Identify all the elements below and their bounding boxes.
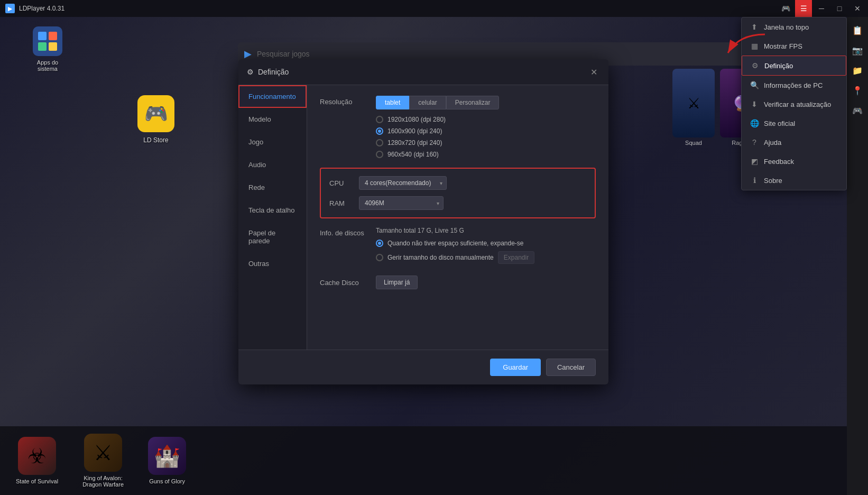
sidebar-item-jogo[interactable]: Jogo <box>238 131 307 153</box>
dialog-overlay: ⚙ Definição ✕ Funcionamento Modelo Jogo <box>0 17 847 495</box>
menu-item-mostrar-fps[interactable]: ▦ Mostrar FPS <box>742 36 846 56</box>
expandir-button[interactable]: Expandir <box>498 251 534 264</box>
resolution-options: 1920x1080 (dpi 280) 1600x900 (dpi 240) 1… <box>376 116 596 158</box>
taskbar-icon-clipboard[interactable]: 📋 <box>849 22 865 38</box>
info-pc-icon: 🔍 <box>750 81 759 89</box>
restore-button[interactable]: □ <box>831 0 848 17</box>
dialog-body: Funcionamento Modelo Jogo Audio Rede <box>238 85 608 350</box>
radio-1920-circle <box>376 116 383 123</box>
cache-disco-label: Cache Disco <box>320 279 367 287</box>
dialog-title-icon: ⚙ <box>247 68 254 76</box>
sidebar-item-modelo[interactable]: Modelo <box>238 108 307 131</box>
disk-radio-expande-label: Quando não tiver espaço suficiente, expa… <box>387 240 524 247</box>
dialog-title: ⚙ Definição <box>247 68 289 76</box>
cpu-label: CPU <box>329 179 350 187</box>
dialog-content: Resolução tablet celular Personalizar 19 <box>307 85 608 350</box>
site-icon: 🌐 <box>750 119 759 127</box>
radio-960-circle <box>376 151 383 158</box>
disk-radio-expande[interactable]: Quando não tiver espaço suficiente, expa… <box>376 240 596 247</box>
feedback-icon: ◩ <box>750 157 759 166</box>
titlebar: ▶ LDPlayer 4.0.31 🎮 ☰ ─ □ ✕ <box>0 0 868 17</box>
sidebar-item-audio[interactable]: Audio <box>238 153 307 176</box>
cpu-dropdown-wrapper: 4 cores(Recomendado) 2 cores 1 core 6 co… <box>359 176 447 190</box>
sidebar-item-funcionamento[interactable]: Funcionamento <box>238 85 307 108</box>
cpu-row: CPU 4 cores(Recomendado) 2 cores 1 core … <box>329 176 586 190</box>
close-button[interactable]: ✕ <box>849 0 866 17</box>
sobre-icon: ℹ <box>750 176 759 185</box>
settings-dialog: ⚙ Definição ✕ Funcionamento Modelo Jogo <box>238 59 608 384</box>
context-menu: ⬆ Janela no topo ▦ Mostrar FPS ⚙ Definiç… <box>741 17 847 190</box>
menu-item-definicao[interactable]: ⚙ Definição <box>742 56 846 76</box>
taskbar-icon-folder[interactable]: 📁 <box>849 62 865 78</box>
resolution-1280[interactable]: 1280x720 (dpi 240) <box>376 139 596 146</box>
radio-1600-label: 1600x900 (dpi 240) <box>387 127 442 135</box>
ram-dropdown-wrapper: 4096M 2048M 1024M 6144M 8192M ▾ <box>359 196 444 210</box>
sidebar-item-rede[interactable]: Rede <box>238 176 307 199</box>
taskbar-icon-camera[interactable]: 📷 <box>849 42 865 58</box>
menu-item-verificar[interactable]: ⬇ Verificar a atualização <box>742 95 846 114</box>
janela-icon: ⬆ <box>750 23 759 31</box>
radio-1920-label: 1920x1080 (dpi 280) <box>387 116 446 123</box>
sidebar-item-papel-de-parede[interactable]: Papel de parede <box>238 222 307 252</box>
menu-item-janela-no-topo[interactable]: ⬆ Janela no topo <box>742 17 846 36</box>
menu-button[interactable]: ☰ <box>795 0 812 17</box>
menu-item-site-oficial[interactable]: 🌐 Site oficial <box>742 114 846 133</box>
right-taskbar: 📋 📷 📁 📍 🎮 <box>847 17 868 495</box>
minimize-button[interactable]: ─ <box>813 0 830 17</box>
ram-row: RAM 4096M 2048M 1024M 6144M 8192M ▾ <box>329 196 586 210</box>
disk-radio-manual[interactable]: Gerir tamanho do disco manualmente Expan… <box>376 251 596 264</box>
disk-size-text: Tamanho total 17 G, Livre 15 G <box>376 227 596 234</box>
verificar-icon: ⬇ <box>750 100 759 108</box>
resolucao-content: tablet celular Personalizar 1920x1080 (d… <box>376 96 596 158</box>
menu-item-feedback[interactable]: ◩ Feedback <box>742 152 846 171</box>
dialog-sidebar: Funcionamento Modelo Jogo Audio Rede <box>238 85 307 350</box>
disk-info-section: Info. de discos Tamanho total 17 G, Livr… <box>320 227 596 268</box>
resolution-960[interactable]: 960x540 (dpi 160) <box>376 151 596 158</box>
guardar-button[interactable]: Guardar <box>490 359 541 376</box>
resolution-1600[interactable]: 1600x900 (dpi 240) <box>376 127 596 135</box>
radio-960-label: 960x540 (dpi 160) <box>387 151 439 158</box>
ram-label: RAM <box>329 199 350 207</box>
ram-dropdown[interactable]: 4096M 2048M 1024M 6144M 8192M <box>359 196 444 210</box>
dialog-footer: Guardar Cancelar <box>238 350 608 384</box>
resolucao-label: Resolução <box>320 96 367 106</box>
resolucao-section: Resolução tablet celular Personalizar 19 <box>320 96 596 158</box>
taskbar-icon-gamepad[interactable]: 🎮 <box>849 103 865 118</box>
sidebar-item-outras[interactable]: Outras <box>238 252 307 275</box>
disk-radio-manual-circle <box>376 254 383 261</box>
tab-celular[interactable]: celular <box>409 96 446 109</box>
resolution-1920[interactable]: 1920x1080 (dpi 280) <box>376 116 596 123</box>
disk-info-content: Tamanho total 17 G, Livre 15 G Quando nã… <box>376 227 596 268</box>
radio-1600-circle <box>376 127 383 135</box>
app-logo: ▶ <box>5 4 15 13</box>
cpu-ram-section: CPU 4 cores(Recomendado) 2 cores 1 core … <box>320 168 596 218</box>
ajuda-icon: ? <box>750 138 759 146</box>
limpar-ja-button[interactable]: Limpar já <box>376 276 418 289</box>
menu-item-sobre[interactable]: ℹ Sobre <box>742 171 846 190</box>
cpu-dropdown[interactable]: 4 cores(Recomendado) 2 cores 1 core 6 co… <box>359 176 447 190</box>
cache-disco-section: Cache Disco Limpar já <box>320 276 596 289</box>
app-title: LDPlayer 4.0.31 <box>19 5 64 12</box>
fps-icon: ▦ <box>750 42 759 50</box>
cancelar-button[interactable]: Cancelar <box>546 359 596 376</box>
definicao-icon: ⚙ <box>751 61 759 70</box>
resolution-tab-group: tablet celular Personalizar <box>376 96 596 109</box>
menu-item-ajuda[interactable]: ? Ajuda <box>742 133 846 152</box>
disk-info-label: Info. de discos <box>320 227 367 237</box>
dialog-close-button[interactable]: ✕ <box>587 66 600 78</box>
dialog-titlebar: ⚙ Definição ✕ <box>238 59 608 85</box>
radio-1280-circle <box>376 139 383 146</box>
disk-radio-manual-label: Gerir tamanho do disco manualmente <box>387 254 494 261</box>
menu-item-info-pc[interactable]: 🔍 Informações de PC <box>742 76 846 95</box>
radio-1280-label: 1280x720 (dpi 240) <box>387 139 442 146</box>
gamepad-button[interactable]: 🎮 <box>777 0 794 17</box>
disk-radio-expande-circle <box>376 240 383 247</box>
tab-personalizar[interactable]: Personalizar <box>446 96 500 109</box>
taskbar-icon-location[interactable]: 📍 <box>849 82 865 98</box>
tab-tablet[interactable]: tablet <box>376 96 409 109</box>
sidebar-item-tecla-atalho[interactable]: Tecla de atalho <box>238 199 307 222</box>
